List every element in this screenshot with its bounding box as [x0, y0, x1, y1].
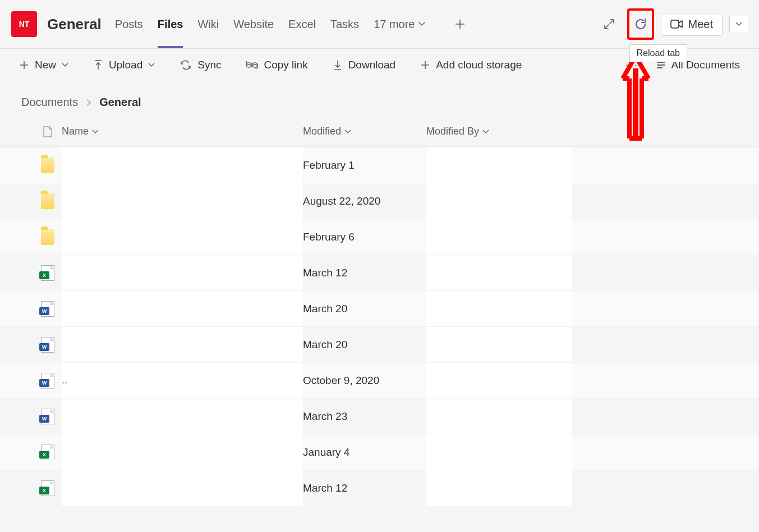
file-list: February 1August 22, 2020February 6XMarc…	[0, 147, 759, 506]
column-modified[interactable]: Modified	[303, 126, 426, 137]
tab-more[interactable]: 17 more	[374, 18, 425, 31]
new-label: New	[35, 59, 56, 71]
cell-name	[62, 183, 303, 219]
table-row[interactable]: XMarch 12	[0, 255, 759, 290]
cell-name: ..	[62, 363, 303, 398]
add-tab-button[interactable]	[451, 15, 469, 33]
excel-file-icon: X	[41, 445, 54, 460]
team-avatar[interactable]: NT	[11, 11, 37, 37]
cell-name	[62, 434, 303, 470]
word-file-icon: W	[41, 373, 54, 388]
cell-modified: March 12	[303, 482, 426, 494]
cell-name	[62, 470, 303, 506]
chevron-down-icon	[148, 63, 155, 67]
crumb-root[interactable]: Documents	[21, 96, 78, 109]
word-file-icon: W	[41, 301, 54, 317]
table-row[interactable]: W..October 9, 2020	[0, 362, 759, 398]
cell-modifiedby	[426, 470, 572, 506]
chevron-down-icon	[92, 129, 99, 134]
column-type-icon	[34, 126, 62, 138]
sync-button[interactable]: Sync	[180, 59, 221, 71]
crumb-current: General	[99, 96, 141, 109]
tab-strip: Posts Files Wiki Website Excel Tasks 17 …	[115, 0, 469, 48]
column-modified-label: Modified	[303, 126, 341, 137]
top-actions: Reload tab Meet	[598, 8, 748, 40]
download-label: Download	[348, 59, 396, 71]
copylink-label: Copy link	[264, 59, 307, 71]
table-row[interactable]: XJanuary 4	[0, 434, 759, 470]
table-row[interactable]: August 22, 2020	[0, 183, 759, 219]
cell-modifiedby	[426, 255, 572, 290]
folder-icon	[41, 158, 54, 173]
cell-modifiedby	[426, 183, 572, 219]
column-modifiedby-label: Modified By	[426, 126, 479, 137]
addcloud-label: Add cloud storage	[436, 59, 522, 71]
tab-tasks[interactable]: Tasks	[330, 0, 359, 48]
breadcrumb: Documents General	[0, 81, 759, 117]
cell-name	[62, 399, 303, 434]
folder-icon	[41, 229, 54, 245]
cell-modified: October 9, 2020	[303, 374, 426, 387]
cell-name	[62, 147, 303, 183]
video-icon	[670, 20, 683, 29]
cell-modifiedby	[426, 291, 572, 326]
excel-file-icon: X	[41, 265, 54, 281]
meet-button[interactable]: Meet	[661, 13, 723, 36]
channel-title: General	[47, 16, 102, 33]
tab-excel[interactable]: Excel	[288, 0, 316, 48]
addcloud-button[interactable]: Add cloud storage	[420, 59, 522, 71]
new-button[interactable]: New	[19, 59, 68, 71]
cell-modified: February 1	[303, 159, 426, 172]
excel-file-icon: X	[41, 480, 54, 496]
sync-label: Sync	[197, 59, 221, 71]
chevron-down-icon	[344, 129, 351, 134]
cell-modified: February 6	[303, 231, 426, 243]
column-name-label: Name	[62, 126, 89, 137]
reload-tooltip: Reload tab	[629, 44, 687, 62]
tab-posts[interactable]: Posts	[115, 0, 143, 48]
reload-button[interactable]: Reload tab	[627, 8, 654, 40]
tab-website[interactable]: Website	[233, 0, 274, 48]
table-row[interactable]: WMarch 23	[0, 398, 759, 434]
cell-modifiedby	[426, 399, 572, 434]
download-button[interactable]: Download	[333, 59, 396, 71]
cell-modifiedby	[426, 147, 572, 183]
cell-modifiedby	[426, 219, 572, 255]
cell-modified: March 23	[303, 410, 426, 423]
tab-files[interactable]: Files	[158, 0, 183, 48]
table-row[interactable]: February 6	[0, 219, 759, 255]
cell-modified: August 22, 2020	[303, 195, 426, 207]
table-header: Name Modified Modified By	[0, 117, 759, 147]
top-bar: NT General Posts Files Wiki Website Exce…	[0, 0, 759, 49]
cell-name	[62, 219, 303, 255]
cell-name	[62, 327, 303, 362]
tab-more-label: 17 more	[374, 18, 415, 31]
word-file-icon: W	[41, 409, 54, 424]
upload-button[interactable]: Upload	[93, 59, 155, 71]
column-modifiedby[interactable]: Modified By	[426, 126, 572, 137]
cell-modifiedby	[426, 363, 572, 398]
upload-label: Upload	[109, 59, 142, 71]
cell-modified: March 20	[303, 339, 426, 351]
column-name[interactable]: Name	[62, 126, 303, 137]
word-file-icon: W	[41, 337, 54, 353]
cell-modifiedby	[426, 434, 572, 470]
table-row[interactable]: XMarch 12	[0, 470, 759, 506]
copylink-button[interactable]: Copy link	[246, 59, 307, 71]
svg-rect-0	[671, 20, 679, 28]
chevron-down-icon	[62, 63, 68, 67]
cell-modified: January 4	[303, 446, 426, 459]
cell-modified: March 12	[303, 267, 426, 279]
meet-dropdown[interactable]	[729, 16, 748, 32]
table-row[interactable]: February 1	[0, 147, 759, 183]
meet-label: Meet	[688, 18, 713, 31]
chevron-right-icon	[86, 99, 91, 107]
table-row[interactable]: WMarch 20	[0, 290, 759, 326]
table-row[interactable]: WMarch 20	[0, 326, 759, 362]
cell-name	[62, 291, 303, 326]
cell-modified: March 20	[303, 303, 426, 315]
chevron-down-icon	[418, 22, 425, 26]
expand-button[interactable]	[598, 13, 620, 35]
cell-modifiedby	[426, 327, 572, 362]
tab-wiki[interactable]: Wiki	[197, 0, 219, 48]
